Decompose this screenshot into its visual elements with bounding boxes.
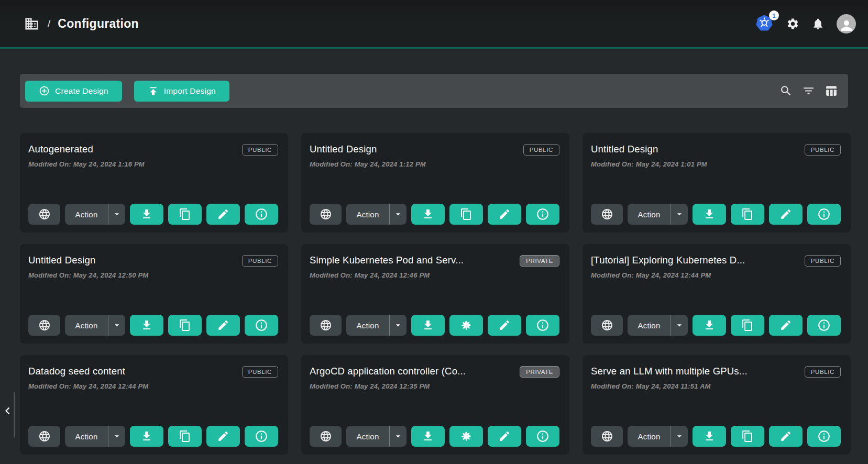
kubernetes-context-button[interactable]: 1	[755, 15, 774, 32]
action-button-label[interactable]: Action	[65, 210, 108, 219]
download-button[interactable]	[130, 315, 163, 336]
visibility-globe-button[interactable]	[310, 426, 342, 447]
create-design-button[interactable]: Create Design	[25, 81, 122, 102]
chevron-left-icon[interactable]	[1, 404, 15, 418]
download-button[interactable]	[693, 204, 726, 225]
copy-icon	[179, 430, 191, 443]
info-button[interactable]	[807, 204, 841, 225]
info-button[interactable]	[245, 204, 278, 225]
card-header: Untitled Design PUBLIC	[28, 253, 278, 267]
chevron-down-icon	[112, 320, 122, 330]
info-icon	[255, 318, 268, 332]
import-design-button[interactable]: Import Design	[134, 81, 229, 102]
chevron-down-icon	[674, 320, 685, 330]
edit-button[interactable]	[488, 426, 521, 447]
notifications-bell-icon[interactable]	[811, 17, 825, 30]
import-design-label: Import Design	[164, 86, 216, 96]
action-dropdown-toggle[interactable]	[671, 320, 688, 330]
visibility-globe-button[interactable]	[28, 315, 60, 336]
clone-button[interactable]	[168, 204, 202, 225]
info-button[interactable]	[245, 315, 278, 336]
chevron-down-icon	[393, 209, 403, 219]
design-card: Untitled Design PUBLIC Modified On: May …	[20, 244, 288, 344]
info-button[interactable]	[526, 426, 559, 447]
action-dropdown-toggle[interactable]	[390, 320, 406, 330]
action-button-label[interactable]: Action	[628, 432, 671, 441]
action-dropdown-toggle[interactable]	[390, 431, 406, 441]
edit-button[interactable]	[769, 426, 803, 447]
action-split-button[interactable]: Action	[346, 315, 406, 336]
search-icon[interactable]	[779, 84, 793, 97]
clone-button[interactable]	[168, 426, 202, 447]
info-button[interactable]	[807, 426, 841, 447]
visibility-globe-button[interactable]	[591, 426, 623, 447]
action-dropdown-toggle[interactable]	[108, 209, 125, 219]
card-actions: Action	[591, 426, 841, 447]
clone-button[interactable]	[449, 426, 483, 447]
settings-gear-icon[interactable]	[786, 17, 799, 30]
action-button-label[interactable]: Action	[65, 432, 108, 441]
visibility-globe-button[interactable]	[310, 315, 342, 336]
visibility-globe-button[interactable]	[591, 204, 623, 225]
info-button[interactable]	[526, 204, 559, 225]
edit-button[interactable]	[769, 204, 803, 225]
edit-pencil-icon	[217, 430, 229, 443]
download-icon	[703, 430, 716, 443]
visibility-globe-button[interactable]	[310, 204, 342, 225]
edit-button[interactable]	[769, 315, 803, 336]
action-dropdown-toggle[interactable]	[108, 431, 125, 441]
info-button[interactable]	[526, 315, 559, 336]
clone-button[interactable]	[168, 315, 202, 336]
action-dropdown-toggle[interactable]	[671, 431, 688, 441]
action-split-button[interactable]: Action	[65, 204, 125, 225]
action-button-label[interactable]: Action	[346, 321, 389, 330]
visibility-globe-button[interactable]	[28, 204, 60, 225]
action-split-button[interactable]: Action	[65, 315, 125, 336]
edit-button[interactable]	[206, 426, 240, 447]
action-button-label[interactable]: Action	[346, 210, 389, 219]
action-split-button[interactable]: Action	[628, 315, 688, 336]
action-split-button[interactable]: Action	[346, 426, 406, 447]
download-button[interactable]	[411, 204, 445, 225]
edit-button[interactable]	[488, 204, 521, 225]
toolbar-right-icons	[779, 84, 838, 97]
action-button-label[interactable]: Action	[628, 321, 671, 330]
action-button-label[interactable]: Action	[628, 210, 671, 219]
action-split-button[interactable]: Action	[65, 426, 125, 447]
action-dropdown-toggle[interactable]	[671, 209, 688, 219]
clone-button[interactable]	[731, 204, 764, 225]
design-card: Autogenerated PUBLIC Modified On: May 24…	[20, 133, 288, 233]
edit-button[interactable]	[488, 315, 521, 336]
drawer-collapse-handle[interactable]	[0, 390, 17, 440]
filter-list-icon[interactable]	[802, 84, 815, 97]
info-icon	[536, 318, 550, 332]
edit-button[interactable]	[206, 204, 240, 225]
download-button[interactable]	[411, 426, 445, 447]
user-avatar[interactable]	[837, 14, 856, 34]
download-button[interactable]	[411, 315, 445, 336]
info-button[interactable]	[807, 315, 841, 336]
action-button-label[interactable]: Action	[346, 432, 389, 441]
action-dropdown-toggle[interactable]	[390, 209, 406, 219]
action-split-button[interactable]: Action	[346, 204, 406, 225]
download-button[interactable]	[693, 426, 726, 447]
action-split-button[interactable]: Action	[628, 204, 688, 225]
edit-button[interactable]	[206, 315, 240, 336]
visibility-globe-button[interactable]	[591, 315, 623, 336]
organization-building-icon[interactable]	[24, 16, 39, 31]
action-split-button[interactable]: Action	[628, 426, 688, 447]
download-button[interactable]	[130, 204, 163, 225]
clone-button[interactable]	[449, 204, 483, 225]
action-dropdown-toggle[interactable]	[108, 320, 125, 330]
clone-button[interactable]	[449, 315, 483, 336]
clone-button[interactable]	[731, 426, 764, 447]
download-button[interactable]	[130, 426, 163, 447]
download-button[interactable]	[693, 315, 726, 336]
visibility-globe-button[interactable]	[28, 426, 60, 447]
clone-button[interactable]	[731, 315, 764, 336]
action-button-label[interactable]: Action	[65, 321, 108, 330]
visibility-badge: PUBLIC	[805, 366, 841, 378]
designs-toolbar: Create Design Import Design	[20, 74, 848, 108]
info-button[interactable]	[245, 426, 278, 447]
table-view-icon[interactable]	[825, 84, 838, 97]
